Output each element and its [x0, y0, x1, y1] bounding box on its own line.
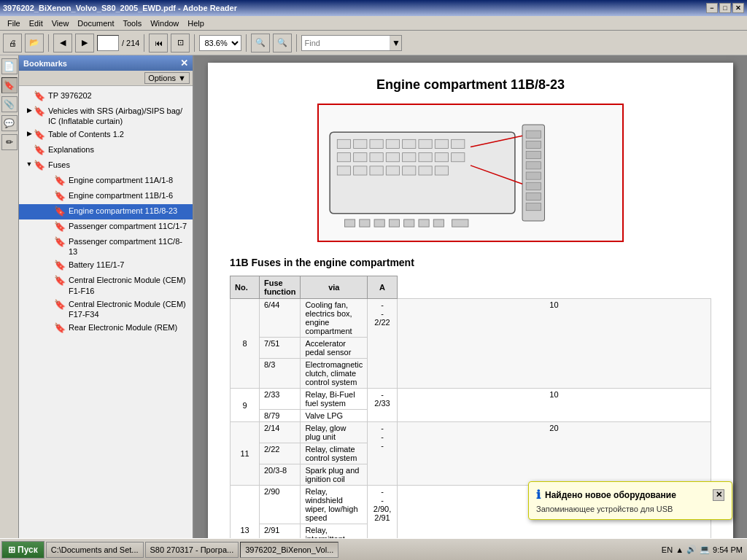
- svg-rect-42: [452, 219, 468, 227]
- expander-toc[interactable]: ▶: [25, 130, 34, 139]
- menu-help[interactable]: Help: [183, 18, 209, 29]
- pdf-area[interactable]: Engine compartment 11B/8-23: [194, 55, 747, 538]
- svg-rect-11: [370, 153, 383, 162]
- sidebar-item-eng11b8[interactable]: 🔖 Engine compartment 11B/8-23: [19, 204, 193, 219]
- sidebar-item-tp[interactable]: 🔖 TP 3976202: [19, 89, 193, 104]
- find-box: ▼: [301, 35, 402, 51]
- sidebar-item-toc[interactable]: ▶ 🔖 Table of Contents 1.2: [19, 128, 193, 143]
- sidebar-item-cem-f17[interactable]: 🔖 Central Electronic Module (CEM) F17-F3…: [19, 298, 193, 322]
- sidebar-label-pass11c8: Passenger compartment 11C/8-13: [69, 236, 190, 257]
- notification-close-button[interactable]: ✕: [713, 489, 724, 501]
- svg-rect-15: [435, 153, 448, 162]
- expander-fuses[interactable]: ▼: [25, 160, 34, 169]
- systray-lang: EN: [662, 545, 673, 554]
- maximize-button[interactable]: □: [719, 3, 731, 13]
- fuse-desc: Spark plug and ignition coil: [301, 464, 368, 486]
- sidebar-toolbar: Options ▼: [19, 71, 193, 86]
- sidebar-item-eng11b1[interactable]: 🔖 Engine compartment 11B/1-6: [19, 189, 193, 204]
- bookmark-icon-pass11c8: 🔖: [54, 236, 66, 249]
- taskbar-task-s80[interactable]: S80 270317 - Програ...: [145, 542, 239, 558]
- taskbar-task-documents[interactable]: C:\Documents and Set...: [46, 542, 144, 558]
- next-page-button[interactable]: ▶: [75, 34, 94, 52]
- sidebar-label-eng11b1: Engine compartment 11B/1-6: [69, 190, 190, 201]
- svg-rect-19: [370, 166, 383, 175]
- svg-rect-17: [337, 166, 350, 175]
- svg-rect-29: [526, 172, 541, 179]
- menu-edit[interactable]: Edit: [25, 18, 47, 29]
- systray-volume-icon: 🔊: [686, 545, 697, 554]
- zoom-in-button[interactable]: 🔍: [251, 34, 270, 52]
- zoom-select[interactable]: 83.6% 50% 75% 100% 150%: [199, 35, 241, 51]
- print-button[interactable]: 🖨: [3, 34, 22, 52]
- fuse-diagram-svg: [322, 109, 619, 237]
- sidebar-item-pass11c8[interactable]: 🔖 Passenger compartment 11C/8-13: [19, 235, 193, 259]
- sidebar-label-explanations: Explanations: [48, 144, 190, 155]
- titlebar-controls: − □ ✕: [706, 3, 744, 13]
- sidebar-item-explanations[interactable]: 🔖 Explanations: [19, 143, 193, 158]
- sidebar-item-cem-f1[interactable]: 🔖 Central Electronic Module (CEM) F1-F16: [19, 273, 193, 298]
- bookmark-icon-fuses: 🔖: [34, 160, 45, 172]
- zoom-out-button[interactable]: 🔍: [273, 34, 292, 52]
- fuse-no: 13: [231, 486, 260, 539]
- sidebar-item-bat11e[interactable]: 🔖 Battery 11E/1-7: [19, 258, 193, 273]
- notification-title: Найдено новое оборудование: [545, 490, 676, 500]
- fuse-code: 7/51: [260, 338, 301, 359]
- svg-rect-41: [433, 219, 444, 227]
- menu-tools[interactable]: Tools: [119, 18, 147, 29]
- separator-4: [246, 34, 247, 52]
- start-label: Пуск: [18, 545, 38, 555]
- sidebar-item-pass11c1[interactable]: 🔖 Passenger compartment 11C/1-7: [19, 219, 193, 235]
- fuse-desc: Relay, climate control system: [301, 443, 368, 464]
- find-button[interactable]: ▼: [390, 36, 401, 50]
- page-total: / 214: [122, 39, 139, 47]
- bookmark-icon-exp: 🔖: [34, 144, 45, 157]
- sign-icon[interactable]: ✏: [1, 134, 18, 150]
- sidebar-label-cem-f17: Central Electronic Module (CEM) F17-F34: [69, 299, 190, 320]
- titlebar-title: 3976202_BiXenon_Volvo_S80_2005_EWD.pdf -…: [3, 4, 237, 12]
- page-number-input[interactable]: 12: [97, 35, 119, 51]
- bookmark-icon-bat11e: 🔖: [54, 260, 66, 272]
- open-button[interactable]: 📂: [25, 34, 44, 52]
- fit-page-button[interactable]: ⊡: [171, 34, 190, 52]
- attachment-icon[interactable]: 📎: [1, 96, 18, 112]
- menu-view[interactable]: View: [47, 18, 74, 29]
- minimize-button[interactable]: −: [706, 3, 718, 13]
- taskbar-task-pdf[interactable]: 3976202_BiXenon_Vol...: [240, 542, 338, 558]
- notification-message: Запоминающее устройство для USB: [536, 505, 724, 513]
- main-area: 📄 🔖 📎 💬 ✏ Bookmarks ✕ Options ▼ 🔖 TP 397…: [0, 55, 747, 538]
- start-button[interactable]: ⊞ Пуск: [1, 541, 44, 559]
- page-icon[interactable]: 📄: [1, 58, 18, 74]
- menu-window[interactable]: Window: [146, 18, 183, 29]
- comment-icon[interactable]: 💬: [1, 115, 18, 131]
- sidebar-close-button[interactable]: ✕: [180, 58, 188, 69]
- fuse-desc: Relay, Bi-Fuel fuel system: [301, 389, 368, 410]
- separator-3: [194, 34, 195, 52]
- options-button[interactable]: Options ▼: [144, 72, 190, 84]
- bookmark-icon-eng11b8: 🔖: [54, 206, 66, 218]
- close-window-button[interactable]: ✕: [732, 3, 744, 13]
- fuse-no: 9: [231, 389, 260, 422]
- fuse-code: 8/3: [260, 359, 301, 389]
- systray-up-arrow[interactable]: ▲: [676, 545, 684, 554]
- bookmark-icon-eng11b1: 🔖: [54, 190, 66, 203]
- sidebar-item-fuses[interactable]: ▼ 🔖 Fuses: [19, 158, 193, 174]
- first-page-button[interactable]: ⏮: [149, 34, 168, 52]
- prev-page-button[interactable]: ◀: [53, 34, 72, 52]
- svg-rect-27: [526, 152, 541, 159]
- sidebar-item-srs[interactable]: ▶ 🔖 Vehicles with SRS (Airbag)/SIPS bag/…: [19, 104, 193, 128]
- table-row: 92/33Relay, Bi-Fuel fuel system-2/3310: [231, 389, 711, 410]
- svg-rect-30: [526, 182, 541, 190]
- fuse-code: 2/22: [260, 443, 301, 464]
- separator-1: [48, 34, 49, 52]
- systray: EN ▲ 🔊 💻 9:54 PM: [662, 545, 746, 554]
- sidebar-item-eng11a[interactable]: 🔖 Engine compartment 11A/1-8: [19, 174, 193, 189]
- svg-rect-21: [403, 166, 416, 175]
- find-input[interactable]: [302, 39, 390, 47]
- menu-file[interactable]: File: [3, 18, 25, 29]
- th-amp: A: [368, 276, 398, 299]
- svg-rect-2: [354, 139, 367, 148]
- sidebar-item-rem[interactable]: 🔖 Rear Electronic Module (REM): [19, 321, 193, 336]
- bookmark-icon[interactable]: 🔖: [1, 77, 18, 93]
- expander-srs[interactable]: ▶: [25, 106, 34, 115]
- menu-document[interactable]: Document: [73, 18, 118, 29]
